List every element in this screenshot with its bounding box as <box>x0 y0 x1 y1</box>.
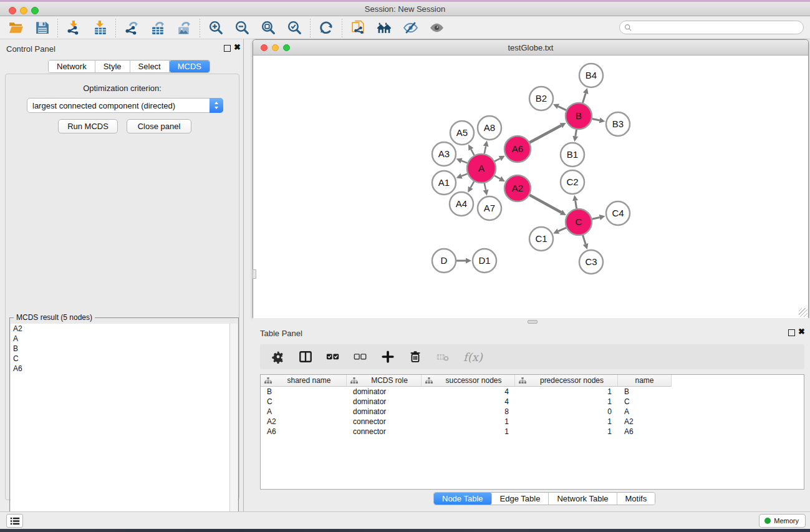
network-window-titlebar[interactable]: testGlobe.txt <box>253 40 808 56</box>
splitter-handle-icon[interactable] <box>528 320 538 324</box>
graph-edge-A-A4[interactable] <box>468 181 474 193</box>
search-field[interactable] <box>619 21 804 34</box>
home-icon[interactable] <box>376 20 392 36</box>
save-session-icon[interactable] <box>34 20 50 36</box>
close-panel-icon[interactable]: ✖ <box>234 43 241 52</box>
graph-node-A[interactable]: A <box>467 154 496 183</box>
task-history-button[interactable] <box>6 514 23 528</box>
zoom-fit-icon[interactable] <box>260 20 276 36</box>
run-mcds-button[interactable]: Run MCDS <box>58 119 118 133</box>
export-image-icon[interactable] <box>176 20 192 36</box>
graph-edge-B-B2[interactable] <box>553 104 566 110</box>
mcds-result-item[interactable]: C <box>11 354 230 364</box>
graph-node-A3[interactable]: A3 <box>432 142 456 166</box>
column-header-shared-name[interactable]: shared name <box>261 375 347 387</box>
close-panel-button[interactable]: Close panel <box>127 119 191 133</box>
graph-edge-A-A5[interactable] <box>468 144 475 155</box>
graph-edge-B-B4[interactable] <box>582 88 588 103</box>
graph-node-C4[interactable]: C4 <box>606 201 630 225</box>
graph-node-C3[interactable]: C3 <box>579 250 603 274</box>
hide-unselected-icon[interactable] <box>402 20 418 36</box>
graph-edge-A2-C[interactable] <box>529 195 566 215</box>
graph-edge-A6-B[interactable] <box>529 123 566 143</box>
graph-edge-A-A1[interactable] <box>456 173 468 178</box>
graph-node-A7[interactable]: A7 <box>478 196 501 220</box>
graph-edge-A-A2[interactable] <box>494 176 505 181</box>
mcds-result-item[interactable]: A2 <box>11 324 230 334</box>
graph-node-A4[interactable]: A4 <box>450 192 473 216</box>
graph-node-A1[interactable]: A1 <box>432 171 456 195</box>
table-float-panel-icon[interactable] <box>788 329 795 336</box>
mcds-result-item[interactable]: A6 <box>11 364 230 374</box>
table-tab-motifs[interactable]: Motifs <box>617 493 655 505</box>
graph-node-A5[interactable]: A5 <box>450 121 474 145</box>
export-network-icon[interactable] <box>123 20 140 36</box>
graph-node-D1[interactable]: D1 <box>473 249 496 273</box>
graph-edge-D-D1[interactable] <box>456 258 471 264</box>
zoom-out-icon[interactable] <box>234 20 250 36</box>
deselect-all-icon[interactable] <box>354 349 367 365</box>
window-resize-grip-icon[interactable] <box>799 308 808 317</box>
graph-edge-C-C4[interactable] <box>592 215 605 220</box>
column-header-successor-nodes[interactable]: successor nodes <box>422 375 515 387</box>
float-panel-icon[interactable] <box>224 45 231 52</box>
memory-button[interactable]: Memory <box>759 514 806 528</box>
mcds-result-list[interactable]: A2ABCA6 <box>11 324 230 531</box>
zoom-selected-icon[interactable] <box>286 20 302 36</box>
table-close-panel-icon[interactable]: ✖ <box>798 327 805 336</box>
splitter-grip-icon[interactable] <box>253 269 256 279</box>
show-columns-icon[interactable] <box>299 349 312 365</box>
import-table-icon[interactable] <box>92 20 108 36</box>
table-row[interactable]: A2connector11A2 <box>261 417 804 427</box>
table-row[interactable]: A6connector11A6 <box>261 427 804 437</box>
graph-node-B2[interactable]: B2 <box>529 87 553 110</box>
graph-edge-A-A7[interactable] <box>483 183 489 196</box>
graph-edge-C-C2[interactable] <box>572 195 578 209</box>
graph-node-B[interactable]: B <box>566 103 592 129</box>
criterion-dropdown[interactable]: largest connected component (directed) <box>27 98 223 113</box>
table-row[interactable]: Cdominator41C <box>261 397 804 407</box>
column-header-name[interactable]: name <box>618 375 672 387</box>
mcds-result-scrollbar[interactable] <box>229 324 238 531</box>
add-entry-icon[interactable] <box>381 349 395 365</box>
table-row[interactable]: Adominator80A <box>261 407 804 417</box>
import-network-icon[interactable] <box>65 20 82 36</box>
table-tab-node-table[interactable]: Node Table <box>434 493 492 505</box>
graph-node-D[interactable]: D <box>432 249 456 273</box>
graph-node-C1[interactable]: C1 <box>529 227 553 251</box>
table-tab-edge-table[interactable]: Edge Table <box>492 493 549 505</box>
mcds-result-item[interactable]: A <box>11 334 230 344</box>
tab-network[interactable]: Network <box>49 60 95 72</box>
tab-select[interactable]: Select <box>130 60 170 72</box>
graph-edge-A-A6[interactable] <box>494 156 505 162</box>
refresh-icon[interactable] <box>318 20 334 36</box>
mcds-result-item[interactable]: B <box>11 344 230 354</box>
graph-edge-A-A3[interactable] <box>456 158 468 163</box>
open-session-icon[interactable] <box>7 20 24 36</box>
graph-node-C2[interactable]: C2 <box>561 170 584 194</box>
column-header-MCDS-role[interactable]: MCDS role <box>347 375 422 387</box>
graph-node-B3[interactable]: B3 <box>606 112 630 136</box>
select-all-icon[interactable] <box>326 349 340 365</box>
tab-style[interactable]: Style <box>95 60 130 72</box>
export-table-icon[interactable] <box>150 20 166 36</box>
table-row[interactable]: Bdominator41B <box>261 387 804 397</box>
network-canvas[interactable]: B4B2BB3A8A5A6A3B1AA1C2A2A4A7C4CC1C3DD1 <box>253 56 808 318</box>
graph-edge-C-C3[interactable] <box>583 235 589 249</box>
graph-edge-B-B3[interactable] <box>592 118 605 123</box>
graph-node-A6[interactable]: A6 <box>504 136 531 162</box>
show-all-icon[interactable] <box>428 20 445 36</box>
tab-mcds[interactable]: MCDS <box>170 60 210 72</box>
table-tab-network-table[interactable]: Network Table <box>549 493 617 505</box>
search-input[interactable] <box>632 22 803 33</box>
graph-node-B4[interactable]: B4 <box>579 64 603 87</box>
graph-edge-B-B1[interactable] <box>572 130 578 142</box>
delete-entry-icon[interactable] <box>408 349 422 365</box>
graph-node-A8[interactable]: A8 <box>478 116 501 140</box>
table-settings-icon[interactable] <box>271 349 285 365</box>
column-header-predecessor-nodes[interactable]: predecessor nodes <box>515 375 618 387</box>
graph-node-C[interactable]: C <box>566 209 592 235</box>
zoom-in-icon[interactable] <box>208 20 224 36</box>
graph-node-B1[interactable]: B1 <box>561 143 584 167</box>
graph-edge-A-A8[interactable] <box>483 141 489 154</box>
